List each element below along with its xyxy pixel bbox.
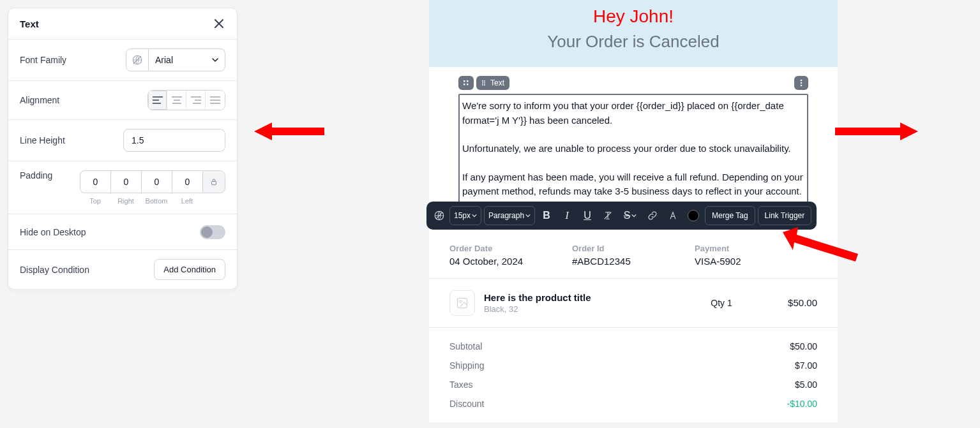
display-condition-label: Display Condition [20,265,89,275]
padding-label: Padding [20,170,52,181]
text-color-button[interactable] [664,206,682,225]
svg-point-23 [484,82,485,84]
paragraph-style-value: Paragraph [488,211,524,220]
alignment-label: Alignment [20,95,59,105]
padding-bottom-input[interactable] [141,170,172,193]
svg-point-25 [801,80,803,82]
product-row: Here is the product title Black, 32 Qty … [429,279,838,328]
svg-point-29 [460,300,462,302]
svg-rect-16 [467,80,469,82]
lock-icon [209,177,218,186]
drag-handle-icon[interactable] [458,76,474,90]
chevron-down-icon [631,213,637,218]
font-family-select[interactable]: Arial [149,48,225,71]
text-paragraph-1: We're sorry to inform you that your orde… [462,99,804,128]
text-block-header: Text [458,76,808,94]
font-size-select[interactable]: 15px [449,206,481,225]
product-variant: Black, 32 [484,304,690,314]
alignment-group [147,90,225,110]
panel-header: Text [8,8,237,40]
strikethrough-button[interactable]: S [619,206,641,225]
padding-bottom-caption: Bottom [141,197,172,205]
product-price: $50.00 [753,297,817,308]
svg-point-21 [482,84,483,85]
font-size-value: 15px [454,211,471,220]
order-totals: Subtotal$50.00 Shipping$7.00 Taxes$5.00 … [429,328,838,422]
text-settings-panel: Text Font Family Arial Alignment [8,8,237,290]
text-block-editor[interactable]: We're sorry to inform you that your orde… [458,94,808,204]
taxes-label: Taxes [449,380,473,390]
background-color-button[interactable] [684,206,702,225]
svg-point-27 [801,85,803,87]
link-trigger-button[interactable]: Link Trigger [758,206,812,225]
padding-top-caption: Top [80,197,110,205]
add-condition-button[interactable]: Add Condition [154,259,225,280]
align-left-button[interactable] [148,91,167,110]
svg-rect-18 [467,84,469,85]
align-right-button[interactable] [186,91,206,110]
order-id-label: Order Id [572,244,695,253]
svg-marker-35 [835,122,918,140]
bold-button[interactable]: B [538,206,555,225]
hide-desktop-row: Hide on Desktop [8,214,237,250]
discount-label: Discount [449,399,484,409]
align-center-button[interactable] [167,91,186,110]
block-type-badge[interactable]: Text [476,76,509,90]
font-family-row: Font Family Arial [8,40,237,81]
hide-desktop-label: Hide on Desktop [20,227,86,237]
product-title: Here is the product title [484,292,690,303]
link-button[interactable] [644,206,661,225]
align-justify-button[interactable] [206,91,225,110]
padding-right-input[interactable] [110,170,141,193]
svg-rect-28 [458,298,467,307]
padding-top-input[interactable] [80,170,110,193]
svg-point-26 [801,82,803,84]
merge-tag-button[interactable]: Merge Tag [705,206,755,225]
payment-value: VISA-5902 [695,256,817,267]
grip-dots-icon [481,80,488,86]
paragraph-style-select[interactable]: Paragraph [484,206,535,225]
svg-point-19 [482,80,483,82]
svg-rect-17 [464,84,465,85]
shipping-label: Shipping [449,360,485,371]
underline-button[interactable]: U [578,206,596,225]
email-hero: Hey John! Your Order is Canceled [429,0,838,67]
panel-title: Text [20,18,39,29]
rich-text-toolbar: 15px Paragraph B I U S Merge Tag Link Tr… [426,202,817,230]
order-date-value: 04 October, 2024 [449,256,572,267]
chevron-down-icon [472,213,477,218]
text-paragraph-3: If any payment has been made, you will r… [462,170,804,199]
hero-subheading: Your Order is Canceled [442,32,825,52]
padding-row: Padding Top Right Bottom Left [8,161,237,214]
svg-marker-34 [835,122,918,140]
line-height-label: Line Height [20,135,65,145]
subtotal-value: $50.00 [790,341,817,351]
clear-format-button[interactable] [599,206,617,225]
web-font-icon[interactable] [126,48,149,71]
hide-desktop-toggle[interactable] [200,225,225,239]
svg-point-20 [482,82,483,84]
svg-point-24 [484,84,485,85]
subtotal-label: Subtotal [449,341,482,351]
line-height-input[interactable] [123,129,225,152]
text-paragraph-2: Unfortunately, we are unable to process … [462,142,804,156]
rte-globe-icon[interactable] [432,206,447,225]
padding-left-input[interactable] [172,170,202,193]
block-more-button[interactable] [794,76,808,90]
payment-label: Payment [695,244,817,253]
svg-rect-14 [212,181,216,184]
padding-lock-button[interactable] [202,170,225,193]
close-icon[interactable] [213,17,225,30]
annotation-arrow-right [835,119,918,144]
svg-point-22 [484,80,485,82]
block-type-label: Text [490,78,504,87]
order-id-value: #ABCD12345 [572,256,695,267]
product-image-placeholder [449,290,475,316]
hero-greeting: Hey John! [442,6,825,27]
more-vertical-icon [797,78,806,87]
svg-rect-15 [464,80,465,82]
italic-button[interactable]: I [558,206,576,225]
discount-value: -$10.00 [787,399,817,409]
color-swatch-icon [688,210,699,221]
line-height-row: Line Height [8,120,237,161]
